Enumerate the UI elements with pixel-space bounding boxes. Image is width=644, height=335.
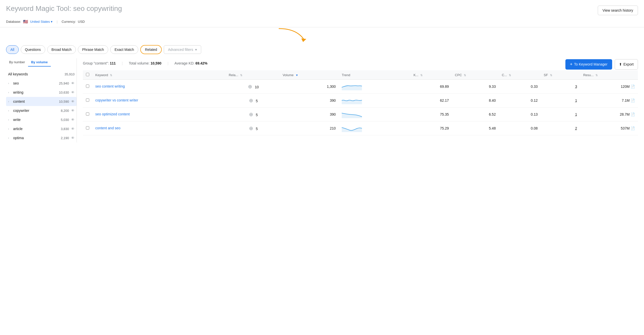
doc-icon[interactable]: 📄 <box>631 126 635 130</box>
trend-chart <box>342 124 362 132</box>
eye-icon[interactable]: 👁 <box>71 136 75 140</box>
chevron-down-icon: ▾ <box>195 48 197 52</box>
total-volume-label: Total volume: <box>129 61 149 65</box>
total-volume-stat: Total volume: 10,590 <box>129 61 161 65</box>
com-col-header[interactable]: C... ⇅ <box>499 70 541 80</box>
cpc-col-header[interactable]: CPC ⇅ <box>452 70 499 80</box>
select-all-checkbox[interactable] <box>86 73 89 76</box>
sf-value[interactable]: 2 <box>575 126 577 130</box>
advanced-filters-button[interactable]: Advanced filters ▾ <box>164 45 201 54</box>
row-checkbox-cell[interactable] <box>83 121 92 135</box>
sidebar-item-content[interactable]: › content 10,590 👁 <box>6 97 77 106</box>
advanced-filters-label: Advanced filters <box>168 48 193 52</box>
export-button[interactable]: ⬆ Export <box>615 59 638 70</box>
eye-icon[interactable]: 👁 <box>71 81 75 85</box>
sidebar-item-write[interactable]: › write 5,030 👁 <box>6 115 77 124</box>
related-value: 10 <box>255 85 259 89</box>
tab-by-number[interactable]: By number <box>6 58 28 67</box>
eye-icon[interactable]: 👁 <box>71 109 75 113</box>
sf-col-header[interactable]: SF ⇅ <box>541 70 580 80</box>
doc-icon[interactable]: 📄 <box>631 98 635 102</box>
sidebar-item-all-keywords[interactable]: All keywords 35,910 <box>6 70 77 79</box>
page-header: Keyword Magic Tool: seo copywriting View… <box>0 0 644 18</box>
filter-phrase-match-button[interactable]: Phrase Match <box>78 45 108 54</box>
sidebar-item-count: 10,630 <box>59 91 69 94</box>
action-buttons: + To Keyword Manager ⬆ Export <box>565 59 638 70</box>
arrow-decoration <box>0 27 644 43</box>
trend-col-header: Trend <box>339 70 410 80</box>
avg-kd-label: Average KD: <box>174 61 194 65</box>
row-checkbox-cell[interactable] <box>83 108 92 121</box>
sidebar-item-optima[interactable]: › optima 2,190 👁 <box>6 133 77 142</box>
add-keyword-button[interactable]: ⊕ <box>246 83 254 90</box>
sidebar-item-copywriter[interactable]: › copywriter 8,200 👁 <box>6 106 77 115</box>
avg-kd-value: 69.42% <box>195 61 207 65</box>
doc-icon[interactable]: 📄 <box>631 112 635 116</box>
country-selector[interactable]: United States ▾ <box>30 20 53 24</box>
group-stat: Group "content": 111 <box>83 61 116 65</box>
sf-value[interactable]: 1 <box>575 98 577 102</box>
eye-icon[interactable]: 👁 <box>71 127 75 131</box>
volume-cell: 390 <box>280 108 339 121</box>
sidebar-item-article[interactable]: › article 3,830 👁 <box>6 124 77 133</box>
chevron-icon: › <box>8 100 11 103</box>
table-header: Keyword ⇅ Rela... ⇅ Volume ▼ Trend K... … <box>83 70 638 80</box>
select-all-header[interactable] <box>83 70 92 80</box>
sf-value[interactable]: 1 <box>575 112 577 116</box>
volume-col-header[interactable]: Volume ▼ <box>280 70 339 80</box>
row-checkbox-cell[interactable] <box>83 80 92 94</box>
stats-bar-wrap: Group "content": 111 | Total volume: 10,… <box>83 58 638 70</box>
sidebar-item-seo[interactable]: › seo 25,940 👁 <box>6 79 77 88</box>
filter-all-button[interactable]: All <box>6 45 19 54</box>
row-checkbox[interactable] <box>86 98 89 102</box>
keyword-link[interactable]: seo optimized content <box>95 112 130 116</box>
keyword-cell: content and seo <box>92 121 226 135</box>
kd-col-header[interactable]: K... ⇅ <box>410 70 452 80</box>
row-checkbox[interactable] <box>86 126 89 130</box>
related-col-header[interactable]: Rela... ⇅ <box>226 70 280 80</box>
row-checkbox[interactable] <box>86 85 89 88</box>
doc-icon[interactable]: 📄 <box>631 85 635 89</box>
com-cell: 0.33 <box>499 80 541 94</box>
title-query: seo copywriting <box>73 5 122 12</box>
keyword-link[interactable]: copywriter vs content writer <box>95 98 138 102</box>
row-checkbox-cell[interactable] <box>83 94 92 108</box>
table-row: copywriter vs content writer ⊕ 5 390 62.… <box>83 94 638 108</box>
results-col-header[interactable]: Resu... ⇅ <box>580 70 638 80</box>
view-history-button[interactable]: View search history <box>598 6 638 15</box>
sort-icon: ⇅ <box>509 74 511 77</box>
trend-chart <box>342 83 362 90</box>
keyword-cell: seo optimized content <box>92 108 226 121</box>
eye-icon[interactable]: 👁 <box>71 118 75 122</box>
keyword-link[interactable]: seo content writing <box>95 84 125 88</box>
filter-questions-button[interactable]: Questions <box>21 45 45 54</box>
eye-icon[interactable]: 👁 <box>71 99 75 103</box>
add-keyword-button[interactable]: ⊕ <box>247 125 255 132</box>
sort-icon: ⇅ <box>464 74 466 77</box>
sort-icon: ⇅ <box>240 74 242 77</box>
related-value: 5 <box>256 127 258 131</box>
row-checkbox[interactable] <box>86 112 89 116</box>
cpc-cell: 8.40 <box>452 94 499 108</box>
tab-by-volume[interactable]: By volume <box>28 58 51 67</box>
keyword-link[interactable]: content and seo <box>95 126 121 130</box>
to-keyword-manager-button[interactable]: + To Keyword Manager <box>565 59 612 70</box>
filter-exact-match-button[interactable]: Exact Match <box>110 45 138 54</box>
table-row: seo optimized content ⊕ 5 390 75.35 6.52… <box>83 108 638 121</box>
keywords-table-wrap: Keyword ⇅ Rela... ⇅ Volume ▼ Trend K... … <box>83 70 638 135</box>
sf-value[interactable]: 3 <box>575 85 577 89</box>
arrow-svg <box>271 27 322 43</box>
sidebar-item-label: write <box>13 118 21 122</box>
trend-cell <box>339 80 410 94</box>
filter-related-button[interactable]: Related <box>140 45 162 54</box>
add-keyword-button[interactable]: ⊕ <box>247 97 255 104</box>
sidebar-item-writing[interactable]: › writing 10,630 👁 <box>6 88 77 97</box>
add-keyword-button[interactable]: ⊕ <box>247 111 255 118</box>
filter-broad-match-button[interactable]: Broad Match <box>47 45 76 54</box>
content-area: By number By volume All keywords 35,910 … <box>0 58 644 142</box>
keyword-col-header[interactable]: Keyword ⇅ <box>92 70 226 80</box>
eye-icon[interactable]: 👁 <box>71 90 75 94</box>
table-body: seo content writing ⊕ 10 1,300 69.89 9.3… <box>83 80 638 135</box>
sidebar-item-count: 2,190 <box>61 136 69 140</box>
trend-chart <box>342 97 362 104</box>
